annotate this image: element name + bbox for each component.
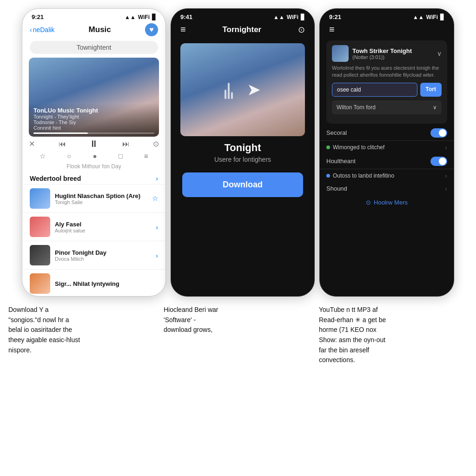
menu-icon-center[interactable]: ≡ [180,24,186,35]
album-art-center: ➤ [180,43,305,136]
progress-bar-left [33,132,154,134]
close-btn-left[interactable]: ✕ [29,139,35,148]
footer-label-right: Hoolrw Mers [374,199,408,206]
album-art-left: TonLUo Music Tonight Tonnight - They'lig… [29,58,159,137]
caption-center: Hiocleand Beri war'Software' -download g… [164,305,314,471]
phone-left: 9:21 ▲▲ WiFi ▊ ‹ neDalik Music ♥ Townigh… [22,8,166,297]
list-item-1[interactable]: Aly Fasel Auloijnt salue › [22,212,165,241]
left-header: ‹ neDalik Music ♥ [22,22,165,39]
chevron-down-icon-right[interactable]: ∨ [437,50,442,57]
right-card-thumb [332,45,349,62]
song-sub-center: Usere for lontighers [171,156,314,163]
right-dropdown-text: Wilton Torn ford [337,104,376,111]
status-icons-center: ▲▲ WiFi ▊ [273,14,305,20]
time-left: 9:21 [32,13,44,20]
list-action-2[interactable]: › [156,251,158,259]
status-icons-left: ▲▲ WiFi ▊ [125,14,156,20]
list-item-3[interactable]: Sigr... Nhilat Iyntywing [22,269,165,297]
title-left: Music [89,25,111,34]
pause-btn-left[interactable]: ⏸ [89,139,99,149]
toggle-houltheant[interactable] [430,157,447,166]
footer-icon-right: ⊙ [366,199,371,206]
dot-icon-wimonged [326,145,330,149]
repeat-icon[interactable]: □ [119,152,123,160]
section-label-houltheant: Houltheant [326,158,356,165]
menu-icon-right[interactable]: ≡ [329,24,335,35]
play-overlay-center: ➤ [180,43,305,136]
list-icon[interactable]: ≡ [144,152,148,160]
arrow-icon-outoss: › [445,172,447,179]
list-name-0: Huglint Nlaschan Sption (Are) [55,192,147,199]
right-input-button[interactable]: Tort [420,83,442,97]
section-row-secoral: Secoral [320,126,454,140]
shuffle-icon[interactable]: ☆ [40,152,46,160]
list-thumb-3 [30,273,50,294]
progress-fill-left [33,132,88,134]
download-button-center[interactable]: Download [182,172,303,197]
center-header: ≡ Tornighter ⊙ [171,22,314,39]
right-input-field[interactable]: osee cald [332,83,417,97]
download-circle-icon-center[interactable]: ⊙ [298,25,305,35]
status-icons-right: ▲▲ WiFi ▊ [413,14,444,20]
heart-icon-left: ♥ [149,26,154,34]
caption-left-text: Download Y a"songios."d nowl hr abelal i… [8,306,80,354]
wifi-icon-right: WiFi [426,14,438,20]
right-input-row: osee cald Tort [332,83,442,97]
section-row-houltheant: Houltheant [320,154,454,169]
battery-icon-left: ▊ [152,14,156,20]
list-name-2: Pinor Tonight Day [55,249,151,256]
list-item-wimonged[interactable]: Wimonged to clitchef › [320,140,454,154]
signal-icon-center: ▲▲ [273,14,284,20]
status-bar-center: 9:41 ▲▲ WiFi ▊ [171,9,314,22]
list-action-1[interactable]: › [156,223,158,231]
right-card: Towh Striker Tonight (Notter (3:01)) ∨ W… [326,40,447,124]
list-sub-0: Tonigh Salie [55,199,147,205]
signal-icon-left: ▲▲ [125,14,136,20]
caption-center-text: Hiocleand Beri war'Software' -download g… [164,306,218,333]
phone-center: 9:41 ▲▲ WiFi ▊ ≡ Tornighter ⊙ ➤ [171,8,315,297]
section-title-text-left: Wedertool breed [30,175,81,182]
dot-icon-outoss [326,174,330,178]
list-item-outoss[interactable]: Outoss to lanbd intefitino › [320,169,454,182]
next-btn-left[interactable]: ⏭ [122,140,130,148]
section-arrow-left[interactable]: › [156,174,158,182]
right-header: ≡ [320,22,454,39]
list-item-2[interactable]: Pinor Tonight Day Dvoca Milich › [22,241,165,269]
album-overlay-left: TonLUo Music Tonight Tonnight - They'lig… [29,103,159,137]
list-text-0: Huglint Nlaschan Sption (Are) Tonigh Sal… [55,192,147,205]
audio-bars-center [225,80,233,99]
right-dropdown[interactable]: Wilton Torn ford ∨ [332,100,442,114]
list-action-0[interactable]: ☆ [152,194,158,203]
dot-icon: ● [93,152,97,160]
back-arrow-left: ‹ [30,26,32,33]
back-button-left[interactable]: ‹ neDalik [30,26,54,33]
captions-row: Download Y a"songios."d nowl hr abelal i… [0,297,476,476]
prev-btn-left[interactable]: ⏮ [59,140,66,148]
loop-icon[interactable]: ○ [67,152,71,160]
header-icon-left[interactable]: ♥ [145,23,158,36]
download-btn-left[interactable]: ⊙ [153,139,159,148]
list-text-3: Sigr... Nhilat Iyntywing [55,280,158,287]
caption-right-text: YouTube n tt MP3 afRead-erhan ✳ a get be… [319,306,386,364]
right-card-header: Towh Striker Tonight (Notter (3:01)) ∨ [332,45,442,62]
section-row-shound[interactable]: Shound › [320,182,454,195]
search-bar-left[interactable]: Townightent [30,41,158,54]
battery-icon-right: ▊ [440,14,444,20]
list-item-0[interactable]: Huglint Nlaschan Sption (Are) Tonigh Sal… [22,184,165,212]
toggle-secoral[interactable] [430,128,447,138]
list-text-1: Aly Fasel Auloijnt salue [55,221,151,233]
album-title-left: TonLUo Music Tonight [33,107,154,114]
list-text-2: Pinor Tonight Day Dvoca Milich [55,249,151,262]
bar-2 [228,83,230,99]
play-arrow-center[interactable]: ➤ [247,80,261,99]
list-sub-1: Auloijnt salue [55,228,151,233]
section-header-left: Wedertool breed › [22,172,165,184]
search-text-left: Townightent [77,44,112,51]
list-thumb-2 [30,245,50,265]
time-right: 9:21 [329,13,341,20]
footer-button-right[interactable]: ⊙ Hoolrw Mers [326,199,447,206]
bar-3 [231,92,233,99]
title-center: Tornighter [222,25,261,34]
phone-right: 9:21 ▲▲ WiFi ▊ ≡ Towh Striker Tonight (N… [319,8,454,297]
list-thumb-0 [30,188,50,209]
